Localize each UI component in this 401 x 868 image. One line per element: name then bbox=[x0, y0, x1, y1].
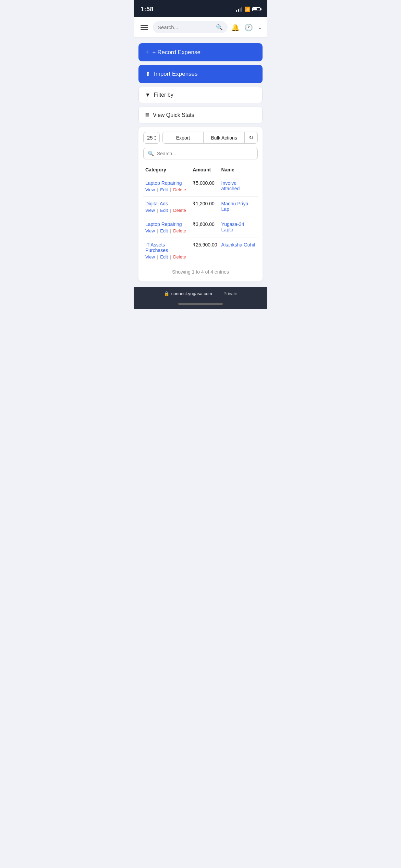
table-row: Digital Ads View | Edit | Delete ₹1,200.… bbox=[143, 197, 258, 217]
category-name[interactable]: IT Assets Purchases bbox=[145, 242, 189, 253]
wifi-icon: 📶 bbox=[244, 7, 250, 12]
edit-action[interactable]: Edit bbox=[160, 254, 168, 260]
domain-label: connect.yugasa.com bbox=[171, 291, 212, 296]
category-cell: Laptop Repairing View | Edit | Delete bbox=[145, 180, 189, 194]
per-page-select[interactable]: 25 ▴ ▾ bbox=[143, 132, 160, 144]
home-indicator bbox=[134, 300, 267, 309]
name-cell[interactable]: Akanksha Gohil bbox=[219, 238, 258, 264]
per-page-arrows-icon: ▴ ▾ bbox=[154, 134, 156, 141]
filter-icon: ▼ bbox=[145, 92, 150, 98]
table-header: Category Amount Name bbox=[143, 164, 258, 176]
search-icon: 🔍 bbox=[216, 24, 223, 31]
view-quick-stats-button[interactable]: ≣ View Quick Stats bbox=[138, 107, 263, 123]
main-content: + + Record Expense ⬆ Import Expenses ▼ F… bbox=[134, 38, 267, 287]
table-row: Laptop Repairing View | Edit | Delete ₹5… bbox=[143, 176, 258, 197]
category-cell: Laptop Repairing View | Edit | Delete bbox=[145, 221, 189, 236]
delete-action[interactable]: Delete bbox=[173, 228, 186, 233]
home-indicator-bar bbox=[178, 303, 223, 305]
table-wrapper: Category Amount Name Laptop Repairing Vi… bbox=[143, 164, 258, 264]
view-action[interactable]: View bbox=[145, 187, 155, 192]
category-cell: IT Assets Purchases View | Edit | Delete bbox=[145, 242, 189, 262]
clock-icon[interactable]: 🕐 bbox=[244, 23, 253, 32]
edit-action[interactable]: Edit bbox=[160, 187, 168, 192]
import-icon: ⬆ bbox=[145, 70, 150, 78]
table-search-input[interactable] bbox=[157, 151, 253, 156]
status-time: 1:58 bbox=[141, 6, 154, 13]
refresh-button[interactable]: ↻ bbox=[245, 132, 257, 143]
edit-action[interactable]: Edit bbox=[160, 228, 168, 233]
table-row: IT Assets Purchases View | Edit | Delete… bbox=[143, 238, 258, 264]
signal-icon bbox=[236, 7, 242, 12]
table-search-icon: 🔍 bbox=[148, 150, 154, 157]
view-action[interactable]: View bbox=[145, 228, 155, 233]
category-name[interactable]: Digital Ads bbox=[145, 201, 189, 206]
nav-actions: 🔔 🕐 ⌄ bbox=[231, 23, 262, 32]
refresh-icon: ↻ bbox=[249, 135, 253, 141]
pagination-info: Showing 1 to 4 of 4 entries bbox=[143, 264, 258, 277]
name-cell[interactable]: Yugasa-34 Lapto bbox=[219, 217, 258, 238]
row-actions: View | Edit | Delete bbox=[145, 187, 189, 194]
amount-cell: ₹25,900.00 bbox=[191, 238, 219, 264]
record-expense-button[interactable]: + + Record Expense bbox=[138, 43, 263, 61]
amount-cell: ₹5,000.00 bbox=[191, 176, 219, 197]
col-amount: Amount bbox=[191, 164, 219, 176]
table-card: 25 ▴ ▾ Export Bulk Actions ↻ 🔍 bbox=[138, 127, 263, 281]
data-table: Category Amount Name Laptop Repairing Vi… bbox=[143, 164, 258, 264]
col-name: Name bbox=[219, 164, 258, 176]
table-search[interactable]: 🔍 bbox=[143, 148, 258, 159]
status-bar: 1:58 📶 bbox=[134, 0, 267, 17]
category-cell: Digital Ads View | Edit | Delete bbox=[145, 201, 189, 215]
row-actions: View | Edit | Delete bbox=[145, 254, 189, 262]
delete-action[interactable]: Delete bbox=[173, 254, 186, 260]
category-name[interactable]: Laptop Repairing bbox=[145, 180, 189, 186]
search-bar[interactable]: 🔍 bbox=[153, 21, 228, 33]
name-cell[interactable]: Madhu Priya Lap bbox=[219, 197, 258, 217]
table-toolbar: 25 ▴ ▾ Export Bulk Actions ↻ bbox=[143, 132, 258, 144]
amount-cell: ₹1,200.00 bbox=[191, 197, 219, 217]
battery-icon bbox=[252, 7, 260, 11]
import-expenses-button[interactable]: ⬆ Import Expenses bbox=[138, 65, 263, 83]
table-row: Laptop Repairing View | Edit | Delete ₹3… bbox=[143, 217, 258, 238]
row-actions: View | Edit | Delete bbox=[145, 208, 189, 215]
table-body: Laptop Repairing View | Edit | Delete ₹5… bbox=[143, 176, 258, 264]
edit-action[interactable]: Edit bbox=[160, 208, 168, 213]
bulk-actions-button[interactable]: Bulk Actions bbox=[204, 132, 245, 143]
toolbar-actions: Export Bulk Actions ↻ bbox=[162, 132, 258, 144]
stats-icon: ≣ bbox=[145, 112, 149, 118]
row-actions: View | Edit | Delete bbox=[145, 228, 189, 236]
export-button[interactable]: Export bbox=[163, 132, 204, 143]
menu-icon[interactable] bbox=[139, 24, 149, 31]
delete-action[interactable]: Delete bbox=[173, 187, 186, 192]
bottom-bar: 🔒 connect.yugasa.com — Private bbox=[134, 287, 267, 300]
plus-icon: + bbox=[145, 49, 149, 56]
amount-cell: ₹3,600.00 bbox=[191, 217, 219, 238]
filter-by-button[interactable]: ▼ Filter by bbox=[138, 87, 263, 103]
lock-icon: 🔒 bbox=[164, 291, 169, 296]
search-input[interactable] bbox=[158, 24, 213, 30]
chevron-down-icon[interactable]: ⌄ bbox=[258, 25, 262, 30]
name-cell[interactable]: Invoive attached bbox=[219, 176, 258, 197]
status-icons: 📶 bbox=[236, 7, 260, 12]
col-category: Category bbox=[143, 164, 191, 176]
view-action[interactable]: View bbox=[145, 208, 155, 213]
bell-icon[interactable]: 🔔 bbox=[231, 23, 240, 32]
private-label: Private bbox=[223, 291, 237, 296]
view-action[interactable]: View bbox=[145, 254, 155, 260]
nav-bar: 🔍 🔔 🕐 ⌄ bbox=[134, 17, 267, 38]
delete-action[interactable]: Delete bbox=[173, 208, 186, 213]
category-name[interactable]: Laptop Repairing bbox=[145, 221, 189, 227]
